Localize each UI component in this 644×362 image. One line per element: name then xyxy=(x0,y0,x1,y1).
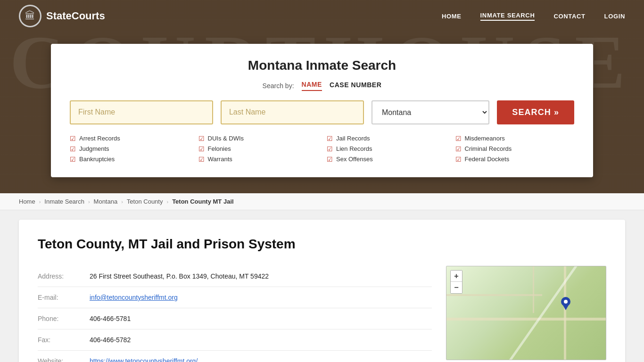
address-value: 26 First Street Southeast, P.o. Box 1349… xyxy=(90,272,269,280)
website-link[interactable]: https://www.tetoncountysheriffmt.org/ xyxy=(90,357,198,362)
email-value: info@tetoncountysheriffmt.org xyxy=(90,294,178,301)
site-name: StateCourts xyxy=(46,10,105,22)
nav-login[interactable]: LOGIN xyxy=(604,13,625,20)
checkbox-lien-records: ☑ Lien Records xyxy=(327,145,446,153)
info-row-phone: Phone: 406-466-5781 xyxy=(38,308,432,329)
breadcrumb-teton-county[interactable]: Teton County xyxy=(127,198,163,205)
main-content: Teton County, MT Jail and Prison System … xyxy=(0,210,644,362)
checkbox-warrants: ☑ Warrants xyxy=(198,156,318,163)
check-icon: ☑ xyxy=(198,135,205,142)
check-icon: ☑ xyxy=(327,156,333,163)
breadcrumb-inmate-search[interactable]: Inmate Search xyxy=(44,198,84,205)
tab-case-number[interactable]: CASE NUMBER xyxy=(330,81,381,90)
check-icon: ☑ xyxy=(455,145,462,153)
search-card: Montana Inmate Search Search by: NAME CA… xyxy=(51,44,593,177)
checkbox-criminal-records: ☑ Criminal Records xyxy=(455,145,575,153)
map-zoom-out[interactable]: − xyxy=(451,282,462,293)
page-title: Teton County, MT Jail and Prison System xyxy=(38,237,606,252)
info-row-email: E-mail: info@tetoncountysheriffmt.org xyxy=(38,287,432,308)
email-label: E-mail: xyxy=(38,294,80,301)
breadcrumb-sep-2: › xyxy=(88,199,90,205)
info-row-website: Website: https://www.tetoncountysheriffm… xyxy=(38,351,432,362)
fax-value: 406-466-5782 xyxy=(90,336,131,344)
navbar: 🏛 StateCourts HOME INMATE SEARCH CONTACT… xyxy=(0,0,644,32)
check-icon: ☑ xyxy=(70,145,76,153)
website-value: https://www.tetoncountysheriffmt.org/ xyxy=(90,357,198,362)
map-zoom-in[interactable]: + xyxy=(451,271,462,282)
check-icon: ☑ xyxy=(70,156,76,163)
breadcrumb-sep-1: › xyxy=(39,199,41,205)
info-row-fax: Fax: 406-466-5782 xyxy=(38,329,432,351)
breadcrumb-sep-4: › xyxy=(166,199,168,205)
checkbox-sex-offenses: ☑ Sex Offenses xyxy=(327,156,446,163)
nav-home[interactable]: HOME xyxy=(442,13,462,20)
tab-name[interactable]: NAME xyxy=(302,81,322,91)
svg-point-2 xyxy=(564,300,568,304)
checkbox-jail-records: ☑ Jail Records xyxy=(327,135,446,142)
check-icon: ☑ xyxy=(327,135,333,142)
breadcrumb-current: Teton County MT Jail xyxy=(172,198,233,205)
nav-contact[interactable]: CONTACT xyxy=(553,13,585,20)
map-section: + − xyxy=(446,266,606,360)
breadcrumb: Home › Inmate Search › Montana › Teton C… xyxy=(0,193,644,210)
hero-section: COURTHOUSE 🏛 StateCourts HOME INMATE SEA… xyxy=(0,0,644,193)
info-row-address: Address: 26 First Street Southeast, P.o.… xyxy=(38,266,432,287)
breadcrumb-montana[interactable]: Montana xyxy=(94,198,118,205)
website-label: Website: xyxy=(38,357,80,362)
map-controls: + − xyxy=(450,270,462,294)
breadcrumb-home[interactable]: Home xyxy=(19,198,35,205)
checkbox-felonies: ☑ Felonies xyxy=(198,145,318,153)
phone-value: 406-466-5781 xyxy=(90,315,131,322)
logo-icon: 🏛 xyxy=(19,5,41,27)
address-label: Address: xyxy=(38,272,80,280)
nav-inmate-search[interactable]: INMATE SEARCH xyxy=(480,12,535,21)
nav-links: HOME INMATE SEARCH CONTACT LOGIN xyxy=(442,12,625,21)
first-name-input[interactable] xyxy=(70,100,213,124)
checkbox-federal-dockets: ☑ Federal Dockets xyxy=(455,156,575,163)
search-by-row: Search by: NAME CASE NUMBER xyxy=(70,81,574,91)
info-section: Address: 26 First Street Southeast, P.o.… xyxy=(38,266,432,362)
content-two-col: Address: 26 First Street Southeast, P.o.… xyxy=(38,266,606,362)
fax-label: Fax: xyxy=(38,336,80,344)
checkbox-arrest-records: ☑ Arrest Records xyxy=(70,135,189,142)
map-pin xyxy=(561,297,570,312)
last-name-input[interactable] xyxy=(221,100,364,124)
checkbox-misdemeanors: ☑ Misdemeanors xyxy=(455,135,575,142)
search-card-wrapper: Montana Inmate Search Search by: NAME CA… xyxy=(0,32,644,193)
check-icon: ☑ xyxy=(455,135,462,142)
check-icon: ☑ xyxy=(455,156,462,163)
search-button[interactable]: SEARCH » xyxy=(497,100,574,124)
svg-marker-1 xyxy=(562,304,570,310)
content-card: Teton County, MT Jail and Prison System … xyxy=(19,220,625,362)
email-link[interactable]: info@tetoncountysheriffmt.org xyxy=(90,294,178,301)
check-icon: ☑ xyxy=(70,135,76,142)
check-icon: ☑ xyxy=(198,156,205,163)
check-icon: ☑ xyxy=(198,145,205,153)
phone-label: Phone: xyxy=(38,315,80,322)
breadcrumb-sep-3: › xyxy=(121,199,123,205)
state-select[interactable]: Montana Alabama Alaska Arizona Californi… xyxy=(372,100,489,124)
search-fields-row: Montana Alabama Alaska Arizona Californi… xyxy=(70,100,574,124)
checkbox-judgments: ☑ Judgments xyxy=(70,145,189,153)
site-logo[interactable]: 🏛 StateCourts xyxy=(19,5,105,27)
checkbox-grid: ☑ Arrest Records ☑ DUIs & DWIs ☑ Jail Re… xyxy=(70,135,574,163)
checkbox-duis-dwis: ☑ DUIs & DWIs xyxy=(198,135,318,142)
search-by-label: Search by: xyxy=(263,82,294,90)
search-card-title: Montana Inmate Search xyxy=(70,58,574,73)
check-icon: ☑ xyxy=(327,145,333,153)
map-background xyxy=(446,266,606,360)
checkbox-bankruptcies: ☑ Bankruptcies xyxy=(70,156,189,163)
